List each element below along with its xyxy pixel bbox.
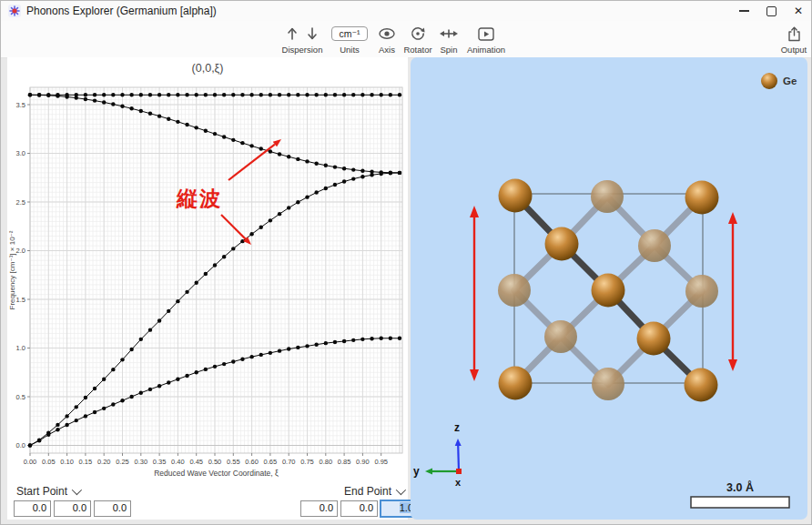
svg-text:3.0: 3.0 bbox=[16, 149, 25, 157]
svg-text:0.80: 0.80 bbox=[319, 458, 332, 466]
start-point-y-field[interactable]: 0.0 bbox=[54, 500, 91, 517]
svg-text:0.95: 0.95 bbox=[374, 458, 388, 466]
svg-text:Ge: Ge bbox=[783, 76, 797, 86]
start-point-x-field[interactable]: 0.0 bbox=[14, 500, 51, 517]
axis-triad: zyx bbox=[413, 421, 462, 488]
svg-text:0.70: 0.70 bbox=[282, 458, 296, 466]
toolbar: Dispersion cm⁻¹ Units Axis Rotator bbox=[1, 21, 812, 58]
ge-legend: Ge bbox=[761, 73, 797, 89]
svg-text:0.55: 0.55 bbox=[227, 458, 240, 466]
svg-text:0.05: 0.05 bbox=[42, 458, 56, 466]
svg-text:0.90: 0.90 bbox=[356, 458, 370, 466]
svg-text:3.5: 3.5 bbox=[16, 101, 25, 109]
wave-vector-controls: Start Point End Point 0.0 0.0 0.0 0.0 0.… bbox=[7, 483, 408, 520]
structure-canvas[interactable]: Gezyx3.0 Å bbox=[411, 57, 807, 520]
svg-text:z: z bbox=[454, 421, 460, 434]
svg-text:2.5: 2.5 bbox=[16, 198, 25, 207]
svg-text:1.0: 1.0 bbox=[16, 344, 25, 352]
svg-text:0.60: 0.60 bbox=[245, 458, 259, 466]
play-icon[interactable] bbox=[478, 27, 494, 41]
maximize-icon bbox=[766, 6, 776, 16]
app-icon bbox=[8, 5, 21, 17]
end-point-y-field[interactable]: 0.0 bbox=[340, 500, 378, 517]
scale-bar: 3.0 Å bbox=[691, 480, 789, 508]
animation-label: Animation bbox=[467, 45, 505, 55]
svg-text:0.65: 0.65 bbox=[264, 458, 278, 466]
svg-text:0.35: 0.35 bbox=[153, 458, 167, 466]
svg-text:0.85: 0.85 bbox=[338, 458, 351, 466]
arrow-up-icon[interactable] bbox=[286, 26, 299, 41]
svg-text:0.50: 0.50 bbox=[208, 458, 222, 466]
start-point-z-field[interactable]: 0.0 bbox=[94, 500, 131, 517]
svg-text:y: y bbox=[413, 465, 420, 478]
svg-text:0.0: 0.0 bbox=[16, 441, 25, 449]
maximize-button[interactable] bbox=[756, 1, 786, 21]
svg-text:0.40: 0.40 bbox=[171, 458, 185, 466]
start-point-dropdown[interactable]: Start Point bbox=[16, 485, 79, 498]
svg-text:0.75: 0.75 bbox=[300, 458, 314, 466]
titlebar: Phonons Explorer (Germanium [alpha]) ✕ bbox=[1, 1, 812, 21]
animation-tool[interactable]: Animation bbox=[454, 24, 518, 55]
app-window: Phonons Explorer (Germanium [alpha]) ✕ D… bbox=[0, 0, 812, 525]
svg-text:0.25: 0.25 bbox=[116, 458, 129, 466]
minimize-icon bbox=[739, 10, 749, 12]
end-point-label: End Point bbox=[344, 485, 391, 498]
export-icon[interactable] bbox=[787, 26, 801, 42]
output-tool[interactable]: Output bbox=[762, 24, 812, 55]
svg-text:1.5: 1.5 bbox=[16, 296, 25, 304]
structure-viewer[interactable]: Gezyx3.0 Å bbox=[411, 57, 807, 520]
svg-text:0.30: 0.30 bbox=[134, 458, 147, 466]
output-label: Output bbox=[781, 45, 807, 55]
svg-text:3.0 Å: 3.0 Å bbox=[726, 480, 754, 494]
dispersion-label: Dispersion bbox=[282, 45, 323, 55]
svg-text:0.5: 0.5 bbox=[16, 393, 25, 401]
dispersion-chart: 0.000.050.100.150.200.250.300.350.400.45… bbox=[7, 57, 408, 483]
close-button[interactable]: ✕ bbox=[784, 1, 812, 21]
svg-text:0.15: 0.15 bbox=[79, 458, 93, 466]
svg-text:0.00: 0.00 bbox=[24, 458, 37, 466]
start-point-label: Start Point bbox=[16, 485, 67, 498]
svg-text:Reduced Wave Vector Coordinate: Reduced Wave Vector Coordinate, ξ bbox=[154, 469, 279, 478]
end-point-dropdown[interactable]: End Point bbox=[344, 485, 403, 498]
svg-text:0.10: 0.10 bbox=[60, 458, 74, 466]
arrow-down-icon[interactable] bbox=[306, 26, 319, 41]
window-title: Phonons Explorer (Germanium [alpha]) bbox=[26, 5, 217, 17]
svg-text:0.45: 0.45 bbox=[189, 458, 203, 466]
svg-text:0.20: 0.20 bbox=[97, 458, 111, 466]
chevron-down-icon bbox=[396, 485, 406, 495]
longitudinal-wave-annotation: 縦波 bbox=[177, 185, 222, 213]
svg-text:x: x bbox=[455, 477, 462, 488]
minimize-button[interactable] bbox=[729, 1, 758, 21]
svg-text:2.0: 2.0 bbox=[16, 247, 25, 255]
end-point-x-field[interactable]: 0.0 bbox=[300, 500, 338, 517]
dispersion-panel: (0,0,ξ) 0.000.050.100.150.200.250.300.35… bbox=[7, 57, 408, 520]
svg-text:Frequency [cm⁻¹] × 10⁻²: Frequency [cm⁻¹] × 10⁻² bbox=[8, 230, 16, 309]
chevron-down-icon bbox=[72, 485, 82, 495]
